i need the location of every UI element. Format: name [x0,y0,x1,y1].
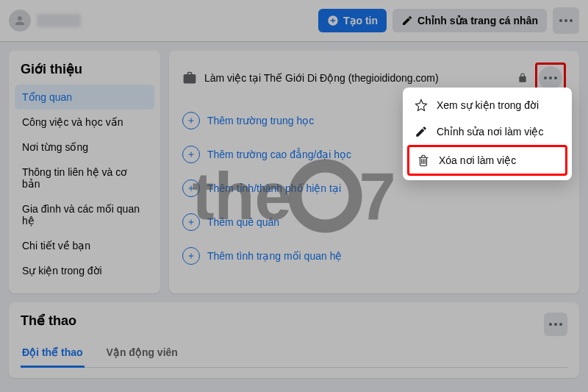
add-relationship[interactable]: Thêm tình trạng mối quan hệ [182,239,566,273]
sports-more-button[interactable] [544,313,567,336]
lock-icon[interactable] [517,73,528,83]
plus-circle-icon [327,15,339,26]
plus-icon [182,247,200,265]
sports-title: Thể thao [21,313,567,329]
sidebar-item-overview[interactable]: Tổng quan [15,85,154,110]
edit-profile-button[interactable]: Chỉnh sửa trang cá nhân [392,9,547,32]
sidebar-item-life-events[interactable]: Sự kiện trong đời [15,258,154,283]
pencil-icon [401,15,413,26]
workplace-more-button[interactable] [539,66,562,90]
person-icon [13,14,26,27]
sidebar-item-places-lived[interactable]: Nơi từng sống [15,135,154,160]
add-hometown[interactable]: Thêm quê quán [182,205,566,239]
sidebar-item-family[interactable]: Gia đình và các mối quan hệ [15,196,154,233]
sports-card: Thể thao Đội thể thao Vận động viên [9,302,579,378]
workplace-dropdown: Xem sự kiện trong đời Chỉnh sửa nơi làm … [403,88,572,180]
avatar[interactable] [9,10,31,32]
trash-icon [417,154,430,167]
sports-tabs: Đội thể thao Vận động viên [21,339,567,368]
briefcase-icon [182,71,197,85]
workplace-text: Làm việc tại Thế Giới Di Động (thegioidi… [204,72,510,84]
dropdown-view-life-event[interactable]: Xem sự kiện trong đời [407,92,567,118]
dots-icon [559,19,573,22]
dots-icon [549,323,562,326]
sidebar-item-contact-basic[interactable]: Thông tin liên hệ và cơ bản [15,160,154,196]
sidebar-item-details[interactable]: Chi tiết về bạn [15,233,154,258]
pencil-icon [415,125,428,138]
profile-header: Tạo tin Chỉnh sửa trang cá nhân [0,0,588,42]
profile-name-blurred [37,14,81,27]
plus-icon [182,179,200,197]
plus-icon [182,146,200,163]
about-sidebar: Giới thiệu Tổng quan Công việc và học vấ… [9,51,160,293]
dropdown-edit-workplace[interactable]: Chỉnh sửa nơi làm việc [407,118,567,145]
dropdown-delete-workplace[interactable]: Xóa nơi làm việc [407,145,567,176]
header-more-button[interactable] [553,7,579,34]
plus-icon [182,213,200,231]
tab-sports-teams[interactable]: Đội thể thao [21,339,85,367]
sidebar-title: Giới thiệu [15,61,154,85]
sidebar-item-work-education[interactable]: Công việc và học vấn [15,110,154,135]
plus-icon [182,112,200,129]
about-content: Làm việc tại Thế Giới Di Động (thegioidi… [169,51,579,293]
star-icon [415,99,428,112]
dots-icon [544,76,557,79]
create-story-button[interactable]: Tạo tin [318,9,387,32]
tab-athletes[interactable]: Vận động viên [105,339,179,367]
